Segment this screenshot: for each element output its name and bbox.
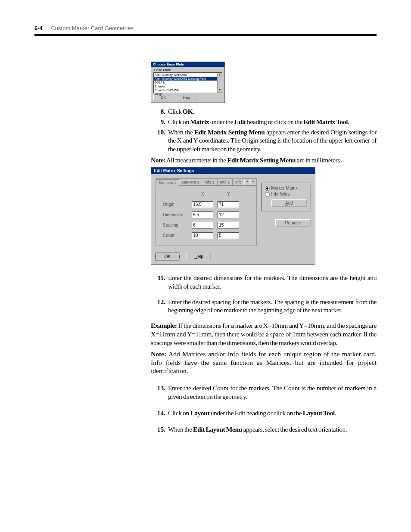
step-item: 9.Click on Matrix under the Edit heading…: [151, 118, 377, 126]
table-row: Spacing: [161, 221, 241, 230]
step-text: When the Edit Matrix Setting Menu appear…: [168, 128, 377, 153]
tab-info-3[interactable]: Infc: [232, 179, 245, 185]
step-text: Click on Matrix under the Edit heading o…: [168, 118, 377, 126]
dialog-title: Edit Matrix Settings: [151, 168, 315, 174]
marker-matrix-radio[interactable]: Marker Matrix: [265, 186, 307, 191]
list-item[interactable]: Phoenix CMS-WM: [154, 88, 222, 92]
dialog-title: Choose Base Plate: [151, 62, 224, 67]
note-text: Note: All measurements in the Edit Matri…: [151, 156, 377, 165]
step-number: 15.: [151, 425, 168, 434]
step-text: Enter the desired dimensions for the mar…: [168, 274, 377, 291]
example-text: Example: If the dimensions for a marker …: [151, 321, 377, 347]
row-label: Spacing: [161, 221, 189, 230]
scrollbar[interactable]: ▲ ▼: [217, 73, 222, 93]
origin-x-input[interactable]: [192, 201, 213, 208]
count-y-input[interactable]: [218, 232, 239, 239]
list-item[interactable]: DIN A3: [154, 81, 222, 84]
dimension-x-input[interactable]: [192, 212, 213, 218]
matrix-type-group: Marker Matrix Info fields Add: [261, 183, 311, 212]
table-row: Origin: [161, 200, 241, 209]
info-fields-radio[interactable]: Info fields: [265, 192, 307, 197]
step-list: 8.Click OK.9.Click on Matrix under the E…: [151, 107, 377, 153]
count-x-input[interactable]: [192, 232, 213, 239]
step-item: 10.When the Edit Matrix Setting Menu app…: [151, 128, 377, 153]
step-item: 8.Click OK.: [151, 107, 377, 116]
step-number: 13.: [151, 384, 168, 401]
step-list: 13.Enter the desired Count for the marke…: [151, 384, 377, 433]
list-item[interactable]: Allen-Bradley WireIDMS: [154, 73, 222, 77]
step-item: 15.When the Edit Layout Menu appears, se…: [151, 425, 377, 434]
page-number: 6-4: [34, 25, 43, 31]
row-label: Dimension: [161, 210, 189, 220]
radio-unselected-icon: [265, 192, 270, 197]
step-text: When the Edit Layout Menu appears, selec…: [168, 425, 377, 434]
step-text: Enter the desired spacing for the marker…: [168, 298, 377, 315]
remove-button[interactable]: Remove: [275, 219, 311, 227]
header-rule: [34, 34, 377, 36]
tab-info-1[interactable]: Info 1: [202, 179, 218, 185]
table-row: Count: [161, 231, 241, 240]
tab-markers-1[interactable]: Markers 1: [156, 179, 179, 186]
step-item: 11.Enter the desired dimensions for the …: [151, 274, 377, 291]
ok-button[interactable]: OK: [156, 253, 180, 260]
tab-strip: Markers 1 Markers 2 Info 1 Info 2 Infc ◂…: [156, 179, 256, 185]
step-item: 12.Enter the desired spacing for the mar…: [151, 298, 377, 315]
step-text: Click OK.: [168, 107, 377, 116]
step-item: 14.Click on Layout under the Edit headin…: [151, 409, 377, 417]
list-item[interactable]: Wago: [154, 92, 222, 96]
choose-base-plate-dialog: Choose Base Plate Base Plate Allen-Bradl…: [151, 62, 225, 103]
matrix-value-grid: X Y Origin Dimension: [160, 191, 242, 241]
add-button[interactable]: Add: [271, 199, 307, 207]
radio-selected-icon: [265, 186, 270, 191]
page-title: Custom Marker Card Geometries: [51, 25, 133, 31]
step-number: 8.: [151, 107, 168, 116]
step-text: Enter the desired Count for the markers.…: [168, 384, 377, 401]
tab-markers-2[interactable]: Markers 2: [179, 179, 202, 185]
spacing-x-input[interactable]: [192, 222, 213, 229]
row-label: Count: [161, 231, 189, 240]
origin-y-input[interactable]: [218, 201, 239, 208]
help-button[interactable]: Help: [187, 253, 211, 260]
step-number: 12.: [151, 298, 168, 315]
base-plate-listbox[interactable]: Allen-Bradley WireIDMS Allen-Bradley Wir…: [153, 72, 222, 93]
group-label: Base Plate: [154, 68, 222, 72]
step-number: 9.: [151, 118, 168, 126]
step-number: 10.: [151, 128, 168, 153]
page-header: 6-4 Custom Marker Card Geometries: [34, 25, 377, 31]
step-text: Click on Layout under the Edit heading o…: [168, 409, 377, 417]
step-number: 14.: [151, 409, 168, 417]
column-x-header: X: [190, 192, 215, 199]
scroll-up-icon[interactable]: ▲: [218, 73, 222, 78]
note-text: Note: Add Matrices and/or Info fields fo…: [151, 350, 377, 375]
row-label: Origin: [161, 200, 189, 209]
edit-matrix-settings-dialog: Edit Matrix Settings Markers 1 Markers 2…: [151, 167, 315, 265]
tab-info-2[interactable]: Info 2: [217, 179, 233, 185]
table-row: Dimension: [161, 210, 241, 220]
step-number: 11.: [151, 274, 168, 291]
step-list: 11.Enter the desired dimensions for the …: [151, 274, 377, 314]
spacing-y-input[interactable]: [218, 222, 239, 229]
scroll-down-icon[interactable]: ▼: [218, 88, 222, 93]
list-item[interactable]: Allen-Bradley WireIDMS Marking Field: [154, 77, 222, 81]
page: 6-4 Custom Marker Card Geometries Choose…: [0, 0, 411, 459]
tab-scroll-right-icon[interactable]: ▸: [250, 179, 256, 185]
tab-scroll-left-icon[interactable]: ◂: [244, 179, 250, 185]
column-y-header: Y: [216, 192, 241, 199]
list-item[interactable]: Entrelec: [154, 84, 222, 88]
dimension-y-input[interactable]: [218, 212, 239, 218]
step-item: 13.Enter the desired Count for the marke…: [151, 384, 377, 401]
